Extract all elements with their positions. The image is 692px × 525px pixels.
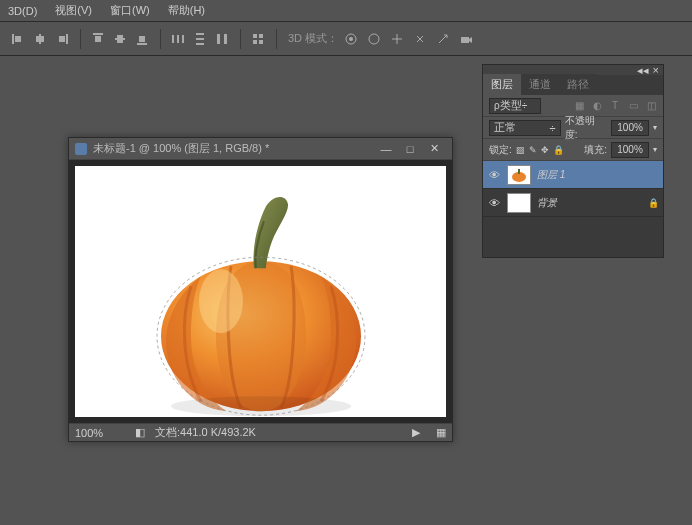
layers-panel: ◂◂ × 图层 通道 路径 ρ 类型 ÷ ▦ ◐ T ▭ ◫ 正常÷ 不透明度:…: [482, 64, 664, 258]
3d-mode-label: 3D 模式：: [288, 31, 338, 46]
svg-rect-13: [177, 35, 179, 43]
distribute-v-icon[interactable]: [190, 29, 210, 49]
svg-rect-33: [518, 169, 520, 174]
svg-rect-0: [12, 34, 14, 44]
canvas[interactable]: [75, 166, 446, 417]
workspace: 未标题-1 @ 100% (图层 1, RGB/8) * — □ ✕: [0, 56, 692, 525]
lock-pixel-icon[interactable]: ✎: [529, 145, 537, 155]
layer-name: 图层 1: [537, 168, 565, 182]
document-window: 未标题-1 @ 100% (图层 1, RGB/8) * — □ ✕: [68, 137, 453, 442]
svg-point-29: [199, 269, 243, 333]
svg-rect-22: [253, 40, 257, 44]
options-bar: 3D 模式：: [0, 22, 692, 56]
lock-all-icon[interactable]: 🔒: [553, 145, 564, 155]
filter-shape-icon[interactable]: ▭: [627, 100, 639, 112]
file-info: 文档:441.0 K/493.2K: [155, 425, 256, 440]
opacity-input[interactable]: 100%: [611, 120, 649, 136]
scale-icon[interactable]: [433, 29, 453, 49]
menu-view[interactable]: 视图(V): [55, 3, 92, 18]
lock-icon: 🔒: [648, 198, 659, 208]
svg-rect-10: [137, 43, 147, 45]
svg-rect-9: [117, 35, 123, 43]
filter-pixel-icon[interactable]: ▦: [573, 100, 585, 112]
document-statusbar: 100% ◧ 文档:441.0 K/493.2K ▶ ▦: [69, 423, 452, 441]
svg-rect-19: [224, 34, 227, 44]
svg-rect-17: [196, 43, 204, 45]
layer-name: 背景: [537, 196, 557, 210]
filter-type-icon[interactable]: T: [609, 100, 621, 112]
zoom-value[interactable]: 100%: [75, 427, 125, 439]
document-titlebar[interactable]: 未标题-1 @ 100% (图层 1, RGB/8) * — □ ✕: [69, 138, 452, 160]
svg-rect-21: [259, 34, 263, 38]
align-right-icon[interactable]: [52, 29, 72, 49]
close-button[interactable]: ✕: [422, 141, 446, 157]
align-top-icon[interactable]: [88, 29, 108, 49]
svg-rect-16: [196, 38, 204, 40]
opacity-chevron-icon[interactable]: ▾: [653, 123, 657, 132]
menu-3d[interactable]: 3D(D): [8, 5, 37, 17]
svg-rect-6: [93, 33, 103, 35]
layer-thumbnail[interactable]: [507, 193, 531, 213]
orbit-icon[interactable]: [341, 29, 361, 49]
distribute-h-icon[interactable]: [168, 29, 188, 49]
pumpkin-image: [146, 186, 376, 416]
svg-rect-5: [59, 36, 65, 42]
roll-icon[interactable]: [364, 29, 384, 49]
slide-icon[interactable]: [410, 29, 430, 49]
svg-rect-18: [217, 34, 220, 44]
layer-item[interactable]: 👁 图层 1: [483, 161, 663, 189]
menu-window[interactable]: 窗口(W): [110, 3, 150, 18]
svg-rect-1: [15, 36, 21, 42]
align-center-h-icon[interactable]: [30, 29, 50, 49]
fill-input[interactable]: 100%: [611, 142, 649, 158]
camera-icon[interactable]: [456, 29, 476, 49]
menu-help[interactable]: 帮助(H): [168, 3, 205, 18]
lock-label: 锁定:: [489, 143, 512, 157]
visibility-eye-icon[interactable]: 👁: [487, 196, 501, 210]
svg-point-25: [349, 37, 353, 41]
collapse-icon[interactable]: ◂◂: [637, 64, 649, 77]
lock-row: 锁定: ▨ ✎ ✥ 🔒 填充: 100% ▾: [483, 139, 663, 161]
svg-rect-23: [259, 40, 263, 44]
svg-rect-20: [253, 34, 257, 38]
svg-rect-3: [36, 36, 44, 42]
tab-paths[interactable]: 路径: [559, 74, 597, 95]
maximize-button[interactable]: □: [398, 141, 422, 157]
play-icon[interactable]: ▶: [412, 426, 420, 439]
status-right-icon: ▦: [436, 426, 446, 439]
svg-rect-12: [172, 35, 174, 43]
layer-list: 👁 图层 1 👁 背景 🔒: [483, 161, 663, 257]
distribute-icon[interactable]: [212, 29, 232, 49]
tab-channels[interactable]: 通道: [521, 74, 559, 95]
align-bottom-icon[interactable]: [132, 29, 152, 49]
pan-icon[interactable]: [387, 29, 407, 49]
menu-bar: 3D(D) 视图(V) 窗口(W) 帮助(H): [0, 0, 692, 22]
auto-align-icon[interactable]: [248, 29, 268, 49]
layer-thumbnail[interactable]: [507, 165, 531, 185]
filter-adjust-icon[interactable]: ◐: [591, 100, 603, 112]
svg-rect-4: [66, 34, 68, 44]
ps-icon: [75, 143, 87, 155]
svg-point-26: [369, 34, 379, 44]
minimize-button[interactable]: —: [374, 141, 398, 157]
blend-row: 正常÷ 不透明度: 100% ▾: [483, 117, 663, 139]
filter-smart-icon[interactable]: ◫: [645, 100, 657, 112]
blend-mode-dropdown[interactable]: 正常÷: [489, 120, 561, 136]
svg-rect-15: [196, 33, 204, 35]
layer-item[interactable]: 👁 背景 🔒: [483, 189, 663, 217]
close-panel-icon[interactable]: ×: [653, 64, 659, 76]
svg-rect-7: [95, 36, 101, 42]
tab-layers[interactable]: 图层: [483, 74, 521, 95]
fill-chevron-icon[interactable]: ▾: [653, 145, 657, 154]
fill-label: 填充:: [584, 143, 607, 157]
panel-tabs: 图层 通道 路径: [483, 75, 663, 95]
visibility-eye-icon[interactable]: 👁: [487, 168, 501, 182]
filter-type-dropdown[interactable]: ρ 类型 ÷: [489, 98, 541, 114]
align-left-icon[interactable]: [8, 29, 28, 49]
lock-pos-icon[interactable]: ✥: [541, 145, 549, 155]
lock-trans-icon[interactable]: ▨: [516, 145, 525, 155]
status-icon: ◧: [135, 426, 145, 439]
svg-rect-14: [182, 35, 184, 43]
document-title: 未标题-1 @ 100% (图层 1, RGB/8) *: [93, 141, 374, 156]
align-middle-icon[interactable]: [110, 29, 130, 49]
